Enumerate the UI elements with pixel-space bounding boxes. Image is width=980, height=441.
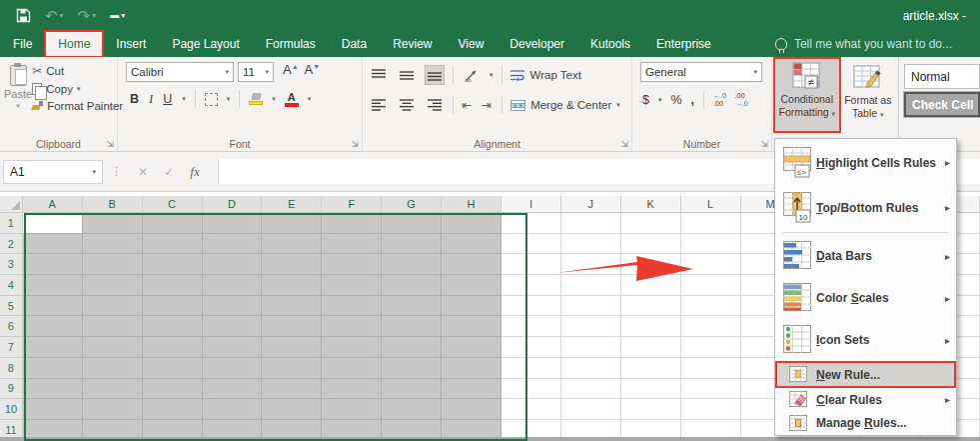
save-icon[interactable]	[16, 8, 31, 23]
redo-button[interactable]: ↷▾	[78, 8, 97, 23]
cell-H3[interactable]	[442, 254, 501, 275]
cell-E5[interactable]	[262, 296, 322, 317]
enter-button[interactable]: ✓	[156, 165, 182, 179]
cell-G4[interactable]	[382, 275, 442, 296]
accounting-format-button[interactable]: $	[642, 93, 649, 107]
paste-button[interactable]: Paste ▾	[4, 61, 32, 135]
cell-H10[interactable]	[442, 399, 501, 420]
clipboard-dialog-launcher-icon[interactable]: ⇲	[106, 139, 114, 149]
column-header-H[interactable]: H	[442, 196, 501, 213]
cell-C10[interactable]	[143, 399, 203, 420]
cell-D3[interactable]	[203, 254, 263, 275]
cell-E3[interactable]	[262, 254, 322, 275]
cell-H8[interactable]	[442, 358, 501, 379]
column-header-G[interactable]: G	[382, 196, 442, 213]
cell-F6[interactable]	[322, 316, 382, 337]
cell-A7[interactable]	[23, 337, 83, 358]
cell-J1[interactable]	[561, 213, 621, 234]
cell-L10[interactable]	[681, 399, 741, 420]
menu-item-data-bars[interactable]: Data Bars▸	[775, 235, 956, 277]
cell-G9[interactable]	[382, 379, 442, 400]
cell-F1[interactable]	[322, 213, 382, 234]
cell-D7[interactable]	[203, 337, 263, 358]
cell-B10[interactable]	[83, 399, 143, 420]
cell-I6[interactable]	[501, 316, 561, 337]
cell-L8[interactable]	[681, 358, 741, 379]
cell-B1[interactable]	[83, 213, 143, 234]
cell-L6[interactable]	[681, 316, 741, 337]
number-dialog-launcher-icon[interactable]: ⇲	[760, 139, 768, 149]
align-left-button[interactable]	[369, 95, 389, 115]
cell-J7[interactable]	[561, 337, 621, 358]
cell-H4[interactable]	[442, 275, 501, 296]
cell-D10[interactable]	[203, 399, 263, 420]
cell-F8[interactable]	[322, 358, 382, 379]
comma-style-button[interactable]: ,	[691, 93, 694, 107]
cell-I7[interactable]	[501, 337, 561, 358]
font-color-button[interactable]: A	[285, 92, 299, 107]
cell-A9[interactable]	[23, 379, 83, 400]
undo-button[interactable]: ↶▾	[45, 8, 64, 23]
percent-style-button[interactable]: %	[670, 93, 681, 107]
merge-center-caret-icon[interactable]: ▾	[616, 101, 620, 109]
style-normal[interactable]: Normal	[904, 64, 980, 89]
column-header-D[interactable]: D	[203, 196, 263, 213]
cell-C2[interactable]	[143, 234, 203, 255]
menu-item-new-rule[interactable]: New Rule...	[775, 361, 956, 388]
cell-K9[interactable]	[621, 379, 681, 400]
orientation-caret-icon[interactable]: ▾	[490, 71, 493, 79]
font-color-caret-icon[interactable]: ▾	[308, 95, 312, 103]
cancel-button[interactable]: ✕	[130, 165, 156, 179]
cell-E4[interactable]	[262, 275, 322, 296]
cell-K8[interactable]	[621, 358, 681, 379]
cell-B4[interactable]	[83, 275, 143, 296]
insert-function-button[interactable]: fx	[182, 164, 208, 180]
font-size-select[interactable]: 11 ▾	[238, 62, 274, 82]
cell-B6[interactable]	[83, 316, 143, 337]
conditional-formatting-button[interactable]: ≠ ConditionalFormatting ▾	[774, 58, 840, 132]
merge-center-button[interactable]: Merge & Center ▾	[510, 99, 620, 111]
format-painter-button[interactable]: Format Painter	[32, 100, 123, 112]
row-header-8[interactable]: 8	[0, 358, 23, 379]
cell-A4[interactable]	[23, 275, 83, 296]
tab-page-layout[interactable]: Page Layout	[159, 31, 252, 57]
cell-H2[interactable]	[442, 234, 501, 255]
bottom-align-button[interactable]	[425, 65, 445, 85]
cell-A1[interactable]	[23, 213, 83, 234]
wrap-text-button[interactable]: Wrap Text	[510, 69, 581, 81]
cell-C6[interactable]	[143, 316, 203, 337]
tab-home[interactable]: Home	[45, 31, 103, 57]
row-header-2[interactable]: 2	[0, 234, 23, 255]
copy-button[interactable]: Copy ▾	[32, 83, 123, 95]
column-header-L[interactable]: L	[681, 196, 741, 213]
cell-F5[interactable]	[322, 296, 382, 317]
cell-F4[interactable]	[322, 275, 382, 296]
cell-C1[interactable]	[143, 213, 203, 234]
cell-L7[interactable]	[681, 337, 741, 358]
font-dialog-launcher-icon[interactable]: ⇲	[351, 139, 359, 149]
cell-A5[interactable]	[23, 296, 83, 317]
paste-caret-icon[interactable]: ▾	[16, 102, 20, 110]
cell-B2[interactable]	[83, 234, 143, 255]
cell-G5[interactable]	[382, 296, 442, 317]
cell-C3[interactable]	[143, 254, 203, 275]
cell-G1[interactable]	[382, 213, 442, 234]
cell-J9[interactable]	[561, 379, 621, 400]
cell-C9[interactable]	[143, 379, 203, 400]
cell-B9[interactable]	[83, 379, 143, 400]
cell-H1[interactable]	[442, 213, 501, 234]
tab-data[interactable]: Data	[329, 31, 380, 57]
increase-indent-button[interactable]: ⇥	[482, 98, 493, 112]
cell-G8[interactable]	[382, 358, 442, 379]
cell-I8[interactable]	[501, 358, 561, 379]
cell-C7[interactable]	[143, 337, 203, 358]
cut-button[interactable]: ✂ Cut	[32, 64, 123, 78]
column-header-C[interactable]: C	[143, 196, 203, 213]
cell-D8[interactable]	[203, 358, 263, 379]
cell-H9[interactable]	[442, 379, 501, 400]
cell-C5[interactable]	[143, 296, 203, 317]
cell-L9[interactable]	[681, 379, 741, 400]
orientation-button[interactable]: ab	[462, 65, 482, 85]
cell-F9[interactable]	[322, 379, 382, 400]
tab-insert[interactable]: Insert	[103, 31, 159, 57]
